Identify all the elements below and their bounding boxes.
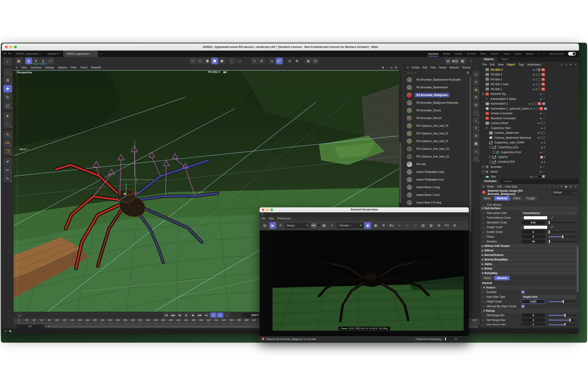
material-item[interactable]: RS Bromelie_Blattgruen-Rückseite — [405, 99, 469, 107]
parameter-dot-icon[interactable]: ◇ — [483, 231, 485, 233]
object-row[interactable]: RS Bild 4◈ — [480, 67, 579, 72]
rv-menu-icon[interactable]: ≡ — [260, 212, 469, 216]
cubes-pen-icon[interactable]: ❒ — [3, 148, 12, 155]
rotate-view-icon[interactable]: ↻ — [390, 66, 393, 69]
viewport-menu-panel[interactable]: Panel — [80, 66, 87, 69]
inner-tab-general[interactable]: General — [494, 276, 510, 280]
parameter-slider[interactable] — [548, 231, 577, 232]
rv-lock-icon[interactable]: ◉ — [364, 222, 371, 229]
spline-pen-icon[interactable]: ✎ — [3, 131, 12, 138]
field-axis-icon[interactable]: ⊥ — [473, 117, 480, 124]
attr-filter-icon[interactable]: ≡ — [561, 185, 563, 188]
rv-file-icon[interactable]: 🗎 — [451, 222, 458, 229]
layer-tag-icon[interactable]: ◈ — [540, 92, 542, 96]
globe-icon[interactable]: ⊕ — [473, 132, 480, 139]
number-field[interactable]: ‹0› — [521, 230, 545, 234]
document-tab[interactable]: Untitled 4 * — [44, 51, 63, 57]
sound-icon[interactable]: ♪ — [224, 312, 230, 318]
increment-icon[interactable]: › — [543, 319, 544, 321]
rv-stripes-icon[interactable]: ▨ — [420, 222, 426, 229]
parameter-slider[interactable] — [548, 315, 577, 316]
tab-layers[interactable]: Layers — [500, 179, 516, 184]
object-home-icon[interactable]: ⌂ — [565, 63, 567, 66]
titlebar[interactable]: 220502_regenwald-szene-RS-aussen_rendero… — [2, 43, 579, 51]
material-item[interactable]: RS Bromelie_Blattgruen — [405, 91, 469, 99]
material-item[interactable]: RS Bromelie_Wurzel — [405, 114, 469, 122]
axis-y-button[interactable]: Y — [33, 58, 39, 64]
redshift-camera-tag-icon[interactable] — [541, 68, 545, 71]
object-row[interactable]: RS Bild 2◈ — [480, 77, 579, 82]
render-editable-icon[interactable]: ▣ — [15, 58, 22, 64]
section-header[interactable]: ▸Bump — [480, 266, 579, 271]
rv-snapshot-icon[interactable]: ▤ — [261, 222, 268, 229]
tweak-icon[interactable]: ⚙ — [3, 77, 12, 84]
viewport-menu-view[interactable]: View — [21, 66, 27, 69]
generator-icon[interactable]: ✿ — [473, 102, 480, 108]
color-swatch[interactable] — [524, 225, 547, 229]
parameter-dropdown[interactable]: Height Field⌄ — [521, 295, 577, 299]
target-tag-icon[interactable] — [538, 73, 540, 76]
redshift-camera-tag-icon[interactable] — [539, 107, 543, 110]
redshift-camera-tag-icon[interactable] — [541, 73, 545, 76]
attr-menu-mode[interactable]: Mode — [487, 185, 494, 188]
inner-tab-basic[interactable]: Basic — [482, 276, 493, 280]
section-header[interactable]: ▸Alpha — [480, 262, 579, 266]
rv-crop-icon[interactable]: ⌗ — [329, 222, 336, 229]
attr-lock-icon[interactable]: ◉ — [565, 185, 567, 188]
attr-menu-user-data[interactable]: User Data — [505, 185, 517, 188]
object-row[interactable]: RS Bild 1 hoch◈ — [480, 82, 579, 87]
target-tag-icon[interactable] — [534, 103, 536, 105]
viewport-menu-redshift[interactable]: Redshift — [91, 66, 101, 69]
material-item[interactable]: Haare Pedipalpen kurz — [405, 176, 469, 183]
visibility-dots-icon[interactable] — [544, 141, 545, 144]
expand-icon[interactable]: − — [489, 146, 492, 149]
object-row[interactable]: +Cupiennius-Root◈✓ — [480, 150, 579, 155]
material-item[interactable]: RS Carpinus_tree_bark_02 — [405, 145, 469, 153]
add-layout-button[interactable]: + — [538, 52, 540, 56]
rv-restart-icon[interactable]: ↻ — [277, 222, 284, 229]
expand-icon[interactable]: + — [482, 166, 484, 168]
renderview-titlebar[interactable]: Redshift RenderView — [260, 207, 469, 212]
layer-tag-icon[interactable]: ◈ — [537, 136, 539, 139]
record-keyframe-button[interactable]: ◇ — [17, 312, 23, 318]
document-tab[interactable]: 220502_regenwald-s...× — [63, 51, 98, 57]
rv-image-icon[interactable]: ▧ — [428, 222, 434, 229]
parameter-dot-icon[interactable]: ◇ — [483, 240, 485, 243]
object-menu-edit[interactable]: Edit — [490, 63, 495, 66]
layer-tag-icon[interactable]: ◈ — [533, 78, 535, 81]
layout-model[interactable]: Model — [443, 52, 450, 56]
target-tag-icon[interactable] — [538, 88, 540, 90]
parameter-slider[interactable] — [548, 320, 577, 321]
plane-lock-icon[interactable]: ▢ — [236, 58, 243, 64]
eyedropper-icon[interactable]: 🖉 — [551, 216, 553, 219]
parameter-dot-icon[interactable]: ◇ — [483, 212, 485, 214]
attribute-menu-icon[interactable]: ≡ — [483, 185, 484, 188]
parameter-dot-icon[interactable]: ◇ — [483, 324, 485, 325]
attr-tab-basic[interactable]: Basic — [482, 196, 493, 201]
material-item[interactable]: Haare Beine-1 kurz — [405, 191, 469, 199]
snap-icon[interactable]: #⁺ — [276, 58, 283, 64]
render-camera-dropdown[interactable]: < Render >▾ — [336, 223, 363, 228]
material-menu-edit[interactable]: Edit — [422, 66, 427, 69]
edge-mode-icon[interactable]: ⬠ — [197, 58, 204, 64]
material-item[interactable]: RS Bromelie_Blattverdorrt — [405, 84, 469, 91]
attr-tab-material[interactable]: Material — [494, 196, 510, 201]
visibility-dots-icon[interactable] — [541, 137, 541, 139]
object-row[interactable]: Mondlicht Converted◈✓ — [480, 116, 579, 121]
number-field[interactable]: ‹16› — [521, 240, 545, 243]
animation-tag-icon[interactable] — [544, 108, 547, 110]
light-icon[interactable]: ☼ — [473, 148, 480, 154]
grid-icon[interactable]: # — [269, 58, 275, 64]
layout-nodes[interactable]: Nodes — [525, 52, 533, 56]
target-tag-icon[interactable] — [543, 136, 545, 139]
rv-image-add-icon[interactable]: ⊞ — [436, 222, 442, 229]
increment-icon[interactable]: › — [543, 324, 544, 326]
rv-region-icon[interactable]: ⛶ — [412, 222, 419, 229]
rv-snowflake-g-icon[interactable]: ❄ɢ — [388, 222, 395, 229]
dolly-icon[interactable]: ↕ — [386, 66, 388, 69]
layout-paint[interactable]: Paint — [480, 52, 486, 56]
next-frame-icon[interactable]: |▶ — [190, 312, 196, 318]
object-row[interactable]: RS Bild 3◈ — [480, 72, 579, 77]
visibility-dots-icon[interactable] — [541, 132, 541, 134]
material-tag-icon[interactable] — [538, 175, 541, 178]
